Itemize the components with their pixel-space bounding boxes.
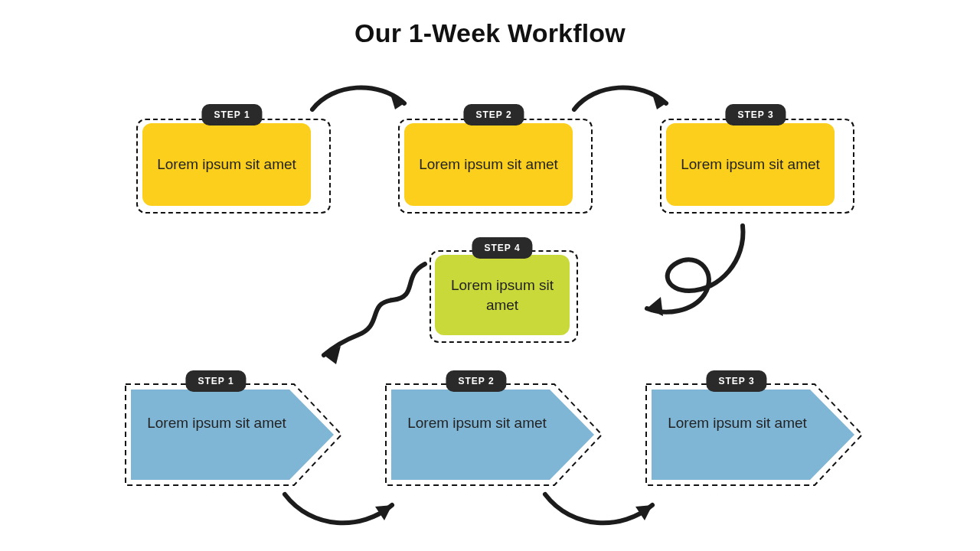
step-box-3-label: STEP 3	[725, 104, 786, 126]
step-box-2-text: Lorem ipsum sit amet	[419, 155, 558, 174]
step-box-2-label: STEP 2	[463, 104, 524, 126]
phase-box-1-text: Lorem ipsum sit amet	[144, 413, 289, 433]
step-box-3-text: Lorem ipsum sit amet	[681, 155, 820, 174]
phase-box-2	[383, 381, 605, 488]
phase-box-3-label: STEP 3	[706, 370, 766, 392]
phase-box-2-label: STEP 2	[446, 370, 506, 392]
step-box-1-text: Lorem ipsum sit amet	[157, 155, 296, 174]
arrow-step3-step4	[628, 218, 758, 333]
step-box-4-label: STEP 4	[472, 237, 532, 259]
phase-box-1-label: STEP 1	[185, 370, 246, 392]
workflow-diagram: Our 1-Week Workflow Lorem ipsum sit amet…	[0, 0, 980, 551]
arrow-step1-step2	[306, 79, 421, 125]
phase-box-2-text: Lorem ipsum sit amet	[404, 413, 550, 433]
phase-box-1	[122, 381, 345, 488]
arrow-step2-step3	[568, 79, 683, 125]
phase-box-3-text: Lorem ipsum sit amet	[665, 413, 810, 433]
step-box-3: Lorem ipsum sit amet	[666, 123, 835, 206]
arrow-phase2-phase3	[537, 484, 668, 537]
phase-box-3	[643, 381, 865, 488]
step-box-4: Lorem ipsum sit amet	[435, 255, 570, 335]
step-box-1: Lorem ipsum sit amet	[142, 123, 311, 206]
svg-marker-1	[131, 390, 334, 480]
arrow-phase1-phase2	[277, 484, 407, 537]
svg-marker-5	[652, 390, 854, 480]
diagram-title: Our 1-Week Workflow	[0, 18, 980, 48]
svg-marker-3	[391, 390, 594, 480]
step-box-2: Lorem ipsum sit amet	[404, 123, 573, 206]
step-box-4-text: Lorem ipsum sit amet	[439, 276, 565, 315]
step-box-1-label: STEP 1	[201, 104, 262, 126]
arrow-step4-phase1	[310, 253, 440, 367]
